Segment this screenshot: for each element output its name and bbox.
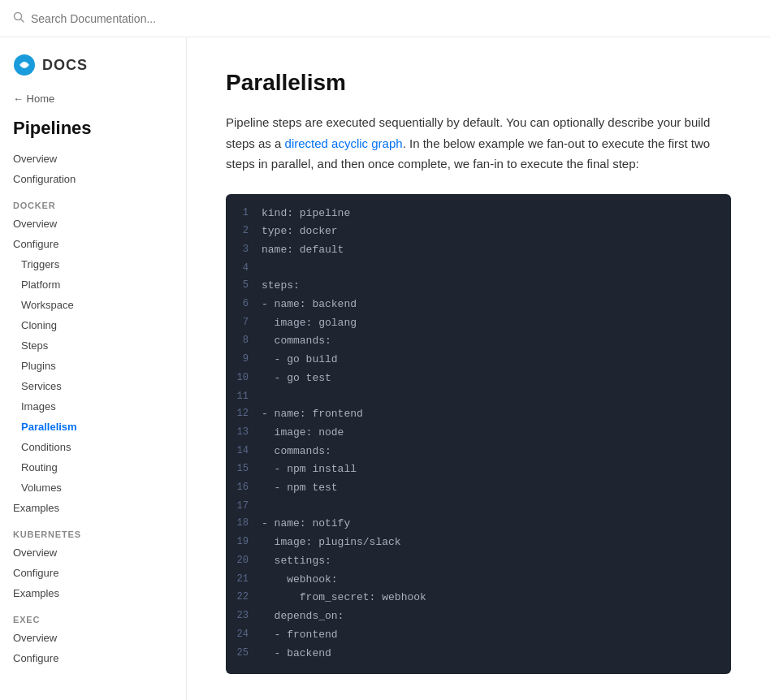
line-number: 7	[226, 314, 258, 333]
line-content: kind: pipeline	[258, 194, 731, 223]
code-line: 24 - frontend	[226, 626, 731, 645]
sidebar-item-k8s-overview[interactable]: Overview	[0, 542, 186, 563]
intro-paragraph: Pipeline steps are executed sequentially…	[226, 112, 731, 175]
search-wrapper	[13, 11, 757, 25]
code-line: 6- name: backend	[226, 296, 731, 314]
sidebar-item-docker-configure[interactable]: Configure	[0, 234, 186, 254]
line-content	[258, 388, 731, 405]
sidebar-item-overview[interactable]: Overview	[0, 149, 186, 169]
sidebar: DOCS ← Home Pipelines Overview Configura…	[0, 37, 187, 700]
sidebar-item-parallelism[interactable]: Parallelism	[0, 417, 186, 437]
back-link[interactable]: ← Home	[0, 89, 186, 115]
line-number: 23	[226, 607, 258, 626]
line-number: 12	[226, 405, 258, 424]
dag-link[interactable]: directed acyclic graph	[285, 136, 403, 150]
code-block: 1kind: pipeline2type: docker3name: defau…	[226, 194, 731, 674]
line-number: 5	[226, 277, 258, 296]
line-number: 6	[226, 296, 258, 314]
sidebar-item-k8s-examples[interactable]: Examples	[0, 583, 186, 603]
line-content: webhook:	[258, 571, 731, 590]
line-number: 10	[226, 369, 258, 388]
line-number: 15	[226, 460, 258, 479]
sidebar-item-docker-overview[interactable]: Overview	[0, 214, 186, 234]
code-line: 21 webhook:	[226, 571, 731, 590]
line-number: 24	[226, 626, 258, 645]
code-line: 23 depends_on:	[226, 607, 731, 626]
line-content: - frontend	[258, 626, 731, 645]
code-line: 19 image: plugins/slack	[226, 534, 731, 552]
sidebar-item-volumes[interactable]: Volumes	[0, 477, 186, 498]
line-number: 21	[226, 571, 258, 590]
main-layout: DOCS ← Home Pipelines Overview Configura…	[0, 37, 770, 700]
line-content: - name: notify	[258, 515, 731, 534]
line-content: image: golang	[258, 314, 731, 333]
line-content: - npm install	[258, 460, 731, 479]
code-line: 11	[226, 388, 731, 405]
code-line: 16 - npm test	[226, 479, 731, 498]
code-line: 12- name: frontend	[226, 405, 731, 424]
sidebar-item-configuration[interactable]: Configuration	[0, 169, 186, 189]
code-line: 18- name: notify	[226, 515, 731, 534]
code-line: 5steps:	[226, 277, 731, 296]
line-content: depends_on:	[258, 607, 731, 626]
code-line: 9 - go build	[226, 351, 731, 369]
sidebar-item-services[interactable]: Services	[0, 376, 186, 396]
line-content: - go test	[258, 369, 731, 388]
line-number: 4	[226, 260, 258, 277]
line-number: 1	[226, 194, 258, 223]
code-line: 2type: docker	[226, 223, 731, 241]
svg-line-1	[21, 19, 24, 23]
line-number: 16	[226, 479, 258, 498]
sidebar-item-triggers[interactable]: Triggers	[0, 254, 186, 274]
line-content: from_secret: webhook	[258, 589, 731, 607]
line-number: 17	[226, 498, 258, 515]
code-line: 17	[226, 498, 731, 515]
code-line: 10 - go test	[226, 369, 731, 388]
line-content: - name: frontend	[258, 405, 731, 424]
sidebar-logo: DOCS	[0, 50, 186, 89]
svg-point-3	[22, 63, 27, 67]
line-number: 25	[226, 645, 258, 674]
sidebar-item-workspace[interactable]: Workspace	[0, 295, 186, 315]
sidebar-item-images[interactable]: Images	[0, 396, 186, 417]
code-line: 3name: default	[226, 241, 731, 260]
sidebar-item-cloning[interactable]: Cloning	[0, 315, 186, 335]
logo-icon	[13, 54, 36, 76]
line-number: 22	[226, 589, 258, 607]
line-content: - go build	[258, 351, 731, 369]
code-line: 7 image: golang	[226, 314, 731, 333]
line-number: 19	[226, 534, 258, 552]
sidebar-item-conditions[interactable]: Conditions	[0, 437, 186, 457]
sidebar-item-platform[interactable]: Platform	[0, 274, 186, 295]
line-content: image: plugins/slack	[258, 534, 731, 552]
sidebar-section-docker: DOCKER	[0, 189, 186, 214]
line-number: 18	[226, 515, 258, 534]
line-content: settings:	[258, 552, 731, 571]
line-content: - name: backend	[258, 296, 731, 314]
sidebar-item-docker-examples[interactable]: Examples	[0, 498, 186, 518]
line-number: 13	[226, 424, 258, 443]
logo-text: DOCS	[42, 57, 88, 74]
sidebar-item-exec-overview[interactable]: Overview	[0, 628, 186, 648]
code-line: 14 commands:	[226, 443, 731, 461]
line-number: 11	[226, 388, 258, 405]
line-content: - npm test	[258, 479, 731, 498]
line-content: commands:	[258, 332, 731, 351]
sidebar-item-exec-configure[interactable]: Configure	[0, 648, 186, 668]
sidebar-item-routing[interactable]: Routing	[0, 457, 186, 477]
code-line: 4	[226, 260, 731, 277]
code-line: 13 image: node	[226, 424, 731, 443]
line-number: 3	[226, 241, 258, 260]
sidebar-item-steps[interactable]: Steps	[0, 335, 186, 356]
code-lines: 1kind: pipeline2type: docker3name: defau…	[226, 194, 731, 674]
code-line: 20 settings:	[226, 552, 731, 571]
code-line: 8 commands:	[226, 332, 731, 351]
code-line: 25 - backend	[226, 645, 731, 674]
search-input[interactable]	[31, 12, 757, 25]
line-content: commands:	[258, 443, 731, 461]
sidebar-item-k8s-configure[interactable]: Configure	[0, 563, 186, 583]
line-number: 14	[226, 443, 258, 461]
sidebar-item-plugins[interactable]: Plugins	[0, 356, 186, 376]
code-line: 22 from_secret: webhook	[226, 589, 731, 607]
sidebar-section-kubernetes: KUBERNETES	[0, 518, 186, 542]
